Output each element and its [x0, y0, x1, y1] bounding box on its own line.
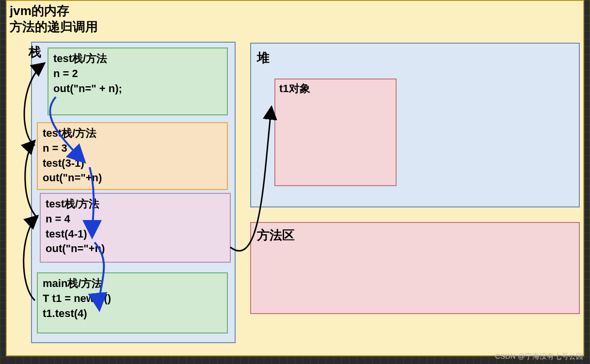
method-area-label: 方法区	[257, 227, 295, 244]
stack-frame-test-n3: test栈/方法 n = 3 test(3-1) out("n="+n)	[37, 122, 228, 190]
diagram-canvas: jvm的内存 方法的递归调用 栈 堆 方法区 t1对象 test栈/方法 n =…	[6, 0, 584, 356]
stack-frame-test-n2: test栈/方法 n = 2 out("n=" + n);	[48, 47, 228, 115]
diagram-title: jvm的内存 方法的递归调用	[10, 3, 98, 34]
method-area-region	[250, 222, 580, 314]
stack-label: 栈	[29, 44, 41, 61]
stack-frame-test-n4: test栈/方法 n = 4 test(4-1) out("n="+n)	[40, 193, 231, 263]
heap-object-t1: t1对象	[274, 79, 397, 186]
title-line2: 方法的递归调用	[10, 19, 98, 34]
heap-label: 堆	[257, 49, 270, 66]
stack-frame-main: main栈/方法 T t1 = new T() t1.test(4)	[37, 272, 228, 333]
watermark: CSDN @宁海没有七号公园	[495, 352, 583, 361]
heap-object-label: t1对象	[279, 82, 310, 95]
title-line1: jvm的内存	[10, 3, 69, 18]
